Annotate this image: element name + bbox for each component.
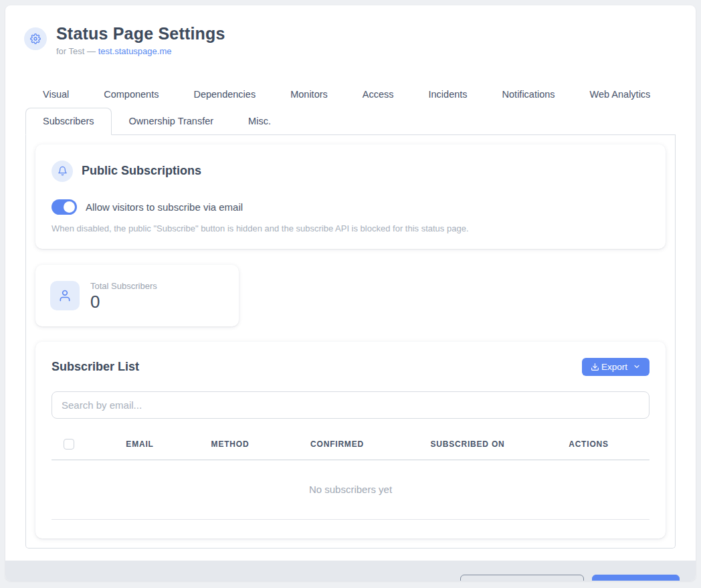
page-title: Status Page Settings xyxy=(56,24,225,43)
view-status-page-button[interactable]: View your status page xyxy=(460,575,584,581)
column-email: EMAIL xyxy=(86,439,193,449)
public-subscriptions-heading: Public Subscriptions xyxy=(82,164,201,178)
person-icon xyxy=(50,281,80,310)
header-titles: Status Page Settings for Test — test.sta… xyxy=(56,24,225,56)
subscriber-list-card: Subscriber List Export xyxy=(35,342,666,538)
chevron-down-icon xyxy=(633,363,641,371)
subtitle-prefix: for Test — xyxy=(56,46,98,56)
tab-notifications[interactable]: Notifications xyxy=(485,81,573,108)
column-confirmed: CONFIRMED xyxy=(267,439,407,449)
page-header: Status Page Settings for Test — test.sta… xyxy=(5,5,696,56)
total-subscribers-value: 0 xyxy=(90,293,157,310)
empty-state-text: No subscribers yet xyxy=(52,460,649,520)
tab-visual[interactable]: Visual xyxy=(25,81,86,108)
settings-tabs: Visual Components Dependencies Monitors … xyxy=(25,81,676,135)
total-subscribers-stat: Total Subscribers 0 xyxy=(90,281,157,310)
bell-icon xyxy=(52,161,73,182)
select-all-cell xyxy=(52,439,86,450)
toggle-knob xyxy=(64,201,75,213)
tab-incidents[interactable]: Incidents xyxy=(411,81,485,108)
export-button[interactable]: Export xyxy=(582,358,649,376)
tab-ownership-transfer[interactable]: Ownership Transfer xyxy=(112,108,231,134)
search-input[interactable] xyxy=(52,391,649,419)
tab-access[interactable]: Access xyxy=(345,81,411,108)
download-icon xyxy=(591,363,599,371)
column-method: METHOD xyxy=(193,439,267,449)
tab-subscribers[interactable]: Subscribers xyxy=(25,108,112,135)
select-all-checkbox[interactable] xyxy=(64,439,74,450)
public-subscriptions-heading-row: Public Subscriptions xyxy=(52,161,649,182)
subscribe-toggle-row: Allow visitors to subscribe via email xyxy=(52,199,649,215)
subscriber-table-header: EMAIL METHOD CONFIRMED SUBSCRIBED ON ACT… xyxy=(52,432,649,460)
subscriber-list-heading: Subscriber List xyxy=(52,360,139,374)
subscribers-panel: Public Subscriptions Allow visitors to s… xyxy=(25,135,676,549)
status-page-settings-card: Status Page Settings for Test — test.sta… xyxy=(5,5,696,581)
allow-subscribe-toggle[interactable] xyxy=(52,199,77,215)
status-page-link[interactable]: test.statuspage.me xyxy=(98,46,172,56)
export-button-label: Export xyxy=(601,362,627,372)
footer-bar: View your status page Save Settings xyxy=(5,561,696,581)
tab-row-2: Subscribers Ownership Transfer Misc. xyxy=(25,108,676,135)
tab-row-1: Visual Components Dependencies Monitors … xyxy=(25,81,676,108)
subscriber-list-header: Subscriber List Export xyxy=(52,358,649,376)
subscribe-help-text: When disabled, the public "Subscribe" bu… xyxy=(52,223,649,233)
tab-monitors[interactable]: Monitors xyxy=(273,81,345,108)
tab-components[interactable]: Components xyxy=(86,81,176,108)
save-settings-button[interactable]: Save Settings xyxy=(592,575,680,581)
column-actions: ACTIONS xyxy=(528,439,649,449)
tab-misc[interactable]: Misc. xyxy=(231,108,288,134)
page-subtitle: for Test — test.statuspage.me xyxy=(56,46,225,56)
tab-web-analytics[interactable]: Web Analytics xyxy=(573,81,668,108)
total-subscribers-card: Total Subscribers 0 xyxy=(35,265,239,326)
tab-dependencies[interactable]: Dependencies xyxy=(176,81,273,108)
public-subscriptions-card: Public Subscriptions Allow visitors to s… xyxy=(35,144,666,249)
gear-icon xyxy=(24,27,47,50)
column-subscribed-on: SUBSCRIBED ON xyxy=(407,439,528,449)
subscribe-toggle-label: Allow visitors to subscribe via email xyxy=(86,201,243,213)
total-subscribers-label: Total Subscribers xyxy=(90,281,157,291)
